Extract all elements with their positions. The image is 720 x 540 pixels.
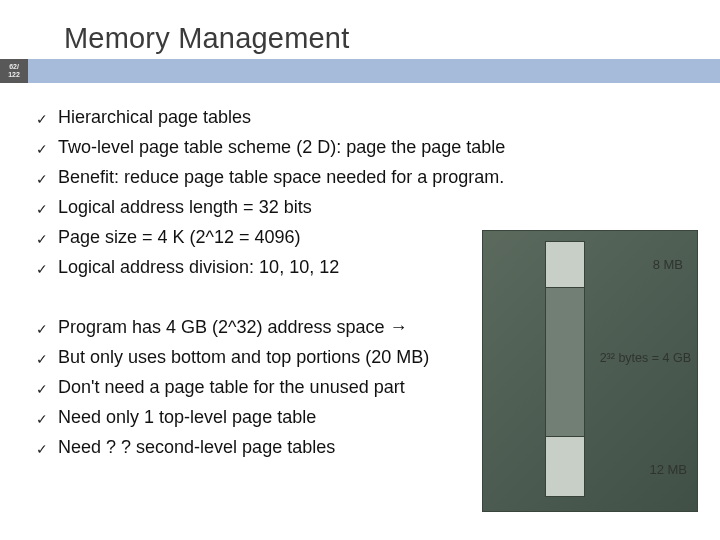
check-icon: ✓ — [36, 343, 58, 373]
bullet-text: Don't need a page table for the unused p… — [58, 373, 405, 401]
diagram-label-mid: 2³² bytes = 4 GB — [600, 351, 691, 365]
bullet-text: Need only 1 top-level page table — [58, 403, 316, 431]
slide: Memory Management 62/ 122 ✓Hierarchical … — [0, 0, 720, 540]
memory-diagram: 8 MB 2³² bytes = 4 GB 12 MB — [482, 230, 698, 512]
bullet-text: Two-level page table scheme (2 D): page … — [58, 133, 505, 161]
list-item: ✓Hierarchical page tables — [36, 103, 700, 133]
memory-bar — [545, 241, 585, 497]
memory-segment-bottom — [546, 436, 584, 496]
page-title: Memory Management — [64, 22, 720, 55]
header-stripe: 62/ 122 — [0, 59, 720, 83]
check-icon: ✓ — [36, 403, 58, 433]
page-number-bottom: 122 — [8, 71, 20, 79]
check-icon: ✓ — [36, 253, 58, 283]
check-icon: ✓ — [36, 313, 58, 343]
bullet-text: Logical address length = 32 bits — [58, 193, 312, 221]
diagram-label-top: 8 MB — [653, 257, 683, 272]
page-number-chip: 62/ 122 — [0, 59, 28, 83]
check-icon: ✓ — [36, 433, 58, 463]
accent-bar — [28, 59, 720, 83]
check-icon: ✓ — [36, 223, 58, 253]
bullet-text: Page size = 4 K (2^12 = 4096) — [58, 223, 301, 251]
bullet-text: But only uses bottom and top portions (2… — [58, 343, 429, 371]
bullet-text: Logical address division: 10, 10, 12 — [58, 253, 339, 281]
list-item: ✓Logical address length = 32 bits — [36, 193, 700, 223]
check-icon: ✓ — [36, 193, 58, 223]
bullet-text: Program has 4 GB (2^32) address space → — [58, 313, 408, 341]
bullet-text: Hierarchical page tables — [58, 103, 251, 131]
check-icon: ✓ — [36, 133, 58, 163]
list-item: ✓Two-level page table scheme (2 D): page… — [36, 133, 700, 163]
diagram-label-bot: 12 MB — [649, 462, 687, 477]
check-icon: ✓ — [36, 163, 58, 193]
check-icon: ✓ — [36, 103, 58, 133]
bullet-text: Need ? ? second-level page tables — [58, 433, 335, 461]
check-icon: ✓ — [36, 373, 58, 403]
bullet-text: Benefit: reduce page table space needed … — [58, 163, 504, 191]
list-item: ✓Benefit: reduce page table space needed… — [36, 163, 700, 193]
page-number-top: 62/ — [9, 63, 19, 71]
memory-segment-top — [546, 242, 584, 288]
